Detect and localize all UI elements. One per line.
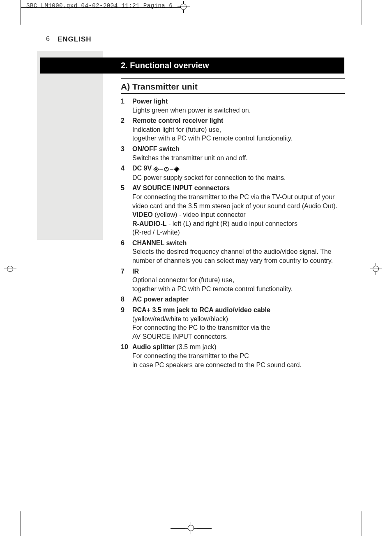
crop-mark <box>21 0 21 25</box>
content-area: 2. Functional overview A) Transmitter un… <box>40 58 344 369</box>
svg-point-0 <box>156 168 157 170</box>
list-item: 6CHANNEL switchSelects the desired frequ… <box>121 239 345 265</box>
item-desc: in case PC speakers are connected to the… <box>132 361 345 370</box>
item-number: 8 <box>121 295 132 304</box>
list-item: 10Audio splitter (3.5 mm jack)For connec… <box>121 343 345 369</box>
item-desc: Optional connector for (future) use, <box>132 276 345 285</box>
page-number: 6 <box>46 35 50 43</box>
item-desc: DC power supply socket for connection to… <box>132 173 345 182</box>
item-body: AV SOURCE INPUT connectorsFor connecting… <box>132 184 345 237</box>
item-title: Power light <box>132 97 345 106</box>
item-number: 5 <box>121 184 132 237</box>
language-label: ENGLISH <box>58 35 92 44</box>
item-title: AC power adapter <box>132 295 345 304</box>
crop-mark <box>362 0 362 25</box>
item-body: Audio splitter (3.5 mm jack)For connecti… <box>132 343 345 369</box>
item-body: ON/OFF switchSwitches the transmitter un… <box>132 145 345 162</box>
item-desc: together with a PC with PC remote contro… <box>132 134 345 143</box>
item-body: CHANNEL switchSelects the desired freque… <box>132 239 345 265</box>
item-body: AC power adapter <box>132 295 345 304</box>
subsection-title: A) Transmitter unit <box>121 82 345 92</box>
crop-mark <box>362 511 362 536</box>
item-number: 10 <box>121 343 132 369</box>
item-desc: For connecting the transmitter to the PC <box>132 352 345 361</box>
registration-mark-icon <box>178 1 190 13</box>
item-title: IR <box>132 267 345 276</box>
list-item: 2Remote control receiver lightIndication… <box>121 116 345 143</box>
list-item: 1Power lightLights green when power is s… <box>121 97 345 115</box>
item-desc: Lights green when power is switched on. <box>132 106 345 115</box>
item-desc: Selects the desired frequency channel of… <box>132 247 345 265</box>
list-item: 7IROptional connector for (future) use,t… <box>121 267 345 294</box>
rule <box>121 78 345 79</box>
registration-mark-icon <box>185 522 197 534</box>
item-desc: For connecting the PC to the transmitter… <box>132 323 345 332</box>
list-item: 3ON/OFF switchSwitches the transmitter u… <box>121 145 345 162</box>
item-desc: AV SOURCE INPUT connectors. <box>132 332 345 341</box>
item-desc: (yellow/red/white to yellow/black) <box>132 315 345 324</box>
item-title: ON/OFF switch <box>132 145 345 154</box>
item-number: 7 <box>121 267 132 294</box>
dc-polarity-icon <box>153 164 180 173</box>
item-desc: VIDEO (yellow) - video input connector <box>132 210 345 219</box>
list-item: 4DC 9VDC power supply socket for connect… <box>121 164 345 182</box>
item-body: Remote control receiver lightIndication … <box>132 116 345 143</box>
rule <box>121 93 345 94</box>
item-body: DC 9VDC power supply socket for connecti… <box>132 164 345 182</box>
item-title: AV SOURCE INPUT connectors <box>132 184 345 193</box>
item-number: 1 <box>121 97 132 115</box>
item-desc: together with a PC with PC remote contro… <box>132 285 345 294</box>
item-number: 2 <box>121 116 132 143</box>
item-title: RCA+ 3.5 mm jack to RCA audio/video cabl… <box>132 306 345 315</box>
item-desc: R-AUDIO-L - left (L) and right (R) audio… <box>132 219 345 228</box>
item-desc: Switches the transmitter unit on and off… <box>132 154 345 163</box>
list-item: 8AC power adapter <box>121 295 345 304</box>
crop-mark <box>21 511 21 536</box>
item-body: Power lightLights green when power is sw… <box>132 97 345 115</box>
item-title: CHANNEL switch <box>132 239 345 248</box>
list-item: 9RCA+ 3.5 mm jack to RCA audio/video cab… <box>121 306 345 341</box>
item-title: Audio splitter (3.5 mm jack) <box>132 343 345 352</box>
item-number: 3 <box>121 145 132 162</box>
section-banner: 2. Functional overview <box>40 58 344 74</box>
list-item: 5AV SOURCE INPUT connectorsFor connectin… <box>121 184 345 237</box>
item-desc: Indication light for (future) use, <box>132 125 345 134</box>
item-number: 9 <box>121 306 132 341</box>
item-body: IROptional connector for (future) use,to… <box>132 267 345 294</box>
registration-mark-icon <box>4 263 16 275</box>
item-body: RCA+ 3.5 mm jack to RCA audio/video cabl… <box>132 306 345 341</box>
file-slug: SBC_LM1000.qxd 04-02-2004 11:21 Pagina 6 <box>26 2 173 9</box>
registration-mark-icon <box>370 263 382 275</box>
item-number: 6 <box>121 239 132 265</box>
item-title: Remote control receiver light <box>132 116 345 125</box>
item-desc: (R-red / L-white) <box>132 228 345 237</box>
item-desc: For connecting the transmitter to the PC… <box>132 193 345 210</box>
item-number: 4 <box>121 164 132 182</box>
item-title: DC 9V <box>132 164 345 173</box>
